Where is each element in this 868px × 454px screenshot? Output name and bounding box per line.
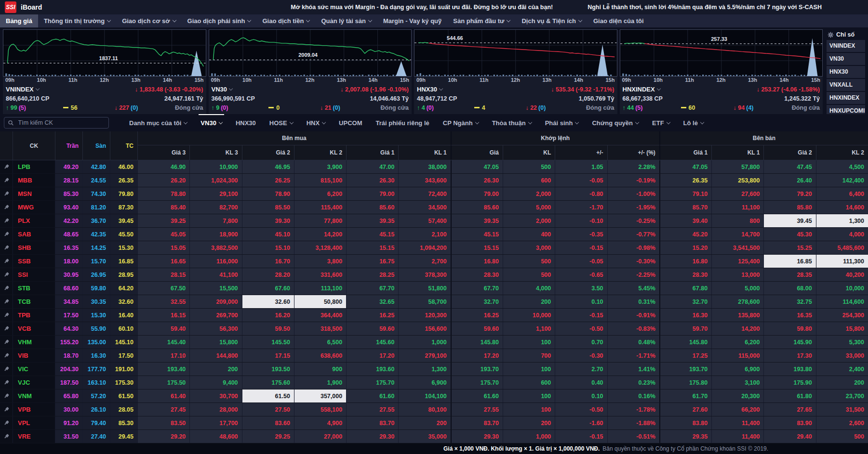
tab-7[interactable]: CP Ngành (436, 114, 485, 131)
table-row-mbb[interactable]: MBB28.1524.5526.3526.201,024,30026.25815… (0, 174, 868, 187)
search-input[interactable] (17, 119, 105, 127)
ticker-cell[interactable]: MSN (13, 187, 55, 200)
menu-item-9[interactable]: Giao diện của tôi (588, 14, 650, 27)
table-row-lpb[interactable]: LPB49.2042.8046.0046.9010,90046.953,9004… (0, 160, 868, 174)
menu-item-6[interactable]: Margin - Vay ký quỹ (377, 14, 447, 27)
pin-cell[interactable] (0, 174, 13, 187)
ticker-cell[interactable]: VCB (13, 322, 55, 335)
tab-1[interactable]: VN30 (194, 114, 229, 131)
pin-cell[interactable] (0, 214, 13, 227)
tab-10[interactable]: Chứng quyền (585, 114, 645, 131)
sidebar-item-vnxall[interactable]: VNXALL (827, 79, 865, 91)
pin-cell[interactable] (0, 160, 13, 173)
tab-4[interactable]: HNX (300, 114, 332, 131)
stock-search[interactable] (4, 117, 109, 129)
ticker-cell[interactable]: VIC (13, 363, 55, 376)
pin-cell[interactable] (0, 322, 13, 335)
table-row-vcb[interactable]: VCB64.3055.9060.1059.4056,30059.50318,50… (0, 322, 868, 336)
pin-cell[interactable] (0, 255, 13, 268)
menu-item-2[interactable]: Giao dịch cơ sở (116, 14, 181, 27)
table-row-vpb[interactable]: VPB30.0026.1028.0527.4528,00027.50558,10… (0, 403, 868, 416)
table-row-vib[interactable]: VIB18.7016.3017.5017.10144,80017.15638,6… (0, 349, 868, 363)
index-name-dropdown[interactable]: HNX30 (417, 86, 442, 93)
pin-cell[interactable] (0, 403, 13, 416)
ticker-cell[interactable]: SSI (13, 268, 55, 281)
tab-2[interactable]: HNX30 (229, 114, 263, 131)
promo-message-margin[interactable]: Mở khóa sức mua với Margin - Đa dạng gói… (291, 4, 553, 11)
menu-item-5[interactable]: Quản lý tài sản (315, 14, 377, 27)
ticker-cell[interactable]: TCB (13, 295, 55, 308)
tab-3[interactable]: HOSE (263, 114, 300, 131)
ticker-cell[interactable]: VPL (13, 416, 55, 429)
tab-9[interactable]: Phái sinh (538, 114, 586, 131)
ticker-cell[interactable]: VJC (13, 376, 55, 389)
sidebar-item-hnxindex[interactable]: HNXINDEX (827, 92, 865, 104)
sidebar-item-hnx30[interactable]: HNX30 (827, 66, 865, 78)
pin-cell[interactable] (0, 349, 13, 362)
ticker-cell[interactable]: SAB (13, 228, 55, 241)
tab-5[interactable]: UPCOM (332, 114, 369, 131)
table-row-vic[interactable]: VIC204.30177.70191.00193.40200193.509001… (0, 363, 868, 376)
pin-cell[interactable] (0, 309, 13, 322)
gear-icon[interactable] (828, 32, 834, 38)
promo-message-scash[interactable]: Nghỉ Lễ thảnh thơi, sinh lời 4%/năm qua … (588, 4, 822, 11)
ticker-cell[interactable]: TPB (13, 309, 55, 322)
pin-cell[interactable] (0, 241, 13, 254)
menu-item-8[interactable]: Dịch vụ & Tiện ích (516, 14, 587, 27)
pin-cell[interactable] (0, 336, 13, 349)
ssi-logo[interactable]: SSI (5, 1, 16, 13)
ticker-cell[interactable]: PLX (13, 214, 55, 227)
menu-item-0[interactable]: Bảng giá (0, 14, 38, 27)
tab-0[interactable]: Danh mục của tôi (122, 114, 194, 131)
pin-cell[interactable] (0, 376, 13, 389)
table-row-vre[interactable]: VRE31.5027.4029.4529.2048,60029.2527,000… (0, 430, 868, 443)
menu-item-7[interactable]: Sản phẩm đầu tư (447, 14, 516, 27)
index-name-dropdown[interactable]: VNINDEX (6, 86, 39, 93)
ticker-cell[interactable]: VHM (13, 336, 55, 349)
pin-cell[interactable] (0, 416, 13, 429)
table-row-vhm[interactable]: VHM155.20135.00145.10145.4015,800145.506… (0, 336, 868, 349)
ticker-cell[interactable]: STB (13, 282, 55, 295)
pin-cell[interactable] (0, 363, 13, 376)
tab-12[interactable]: Lô lẻ (677, 114, 710, 131)
table-row-sab[interactable]: SAB48.6542.3545.5045.0518,90045.1014,200… (0, 228, 868, 241)
pin-cell[interactable] (0, 430, 13, 443)
sidebar-item-vnindex[interactable]: VNINDEX (827, 40, 865, 52)
table-row-ssi[interactable]: SSI30.9526.9528.9528.1541,10028.20331,60… (0, 268, 868, 282)
pin-cell[interactable] (0, 389, 13, 402)
table-row-vjc[interactable]: VJC187.50163.10175.30175.509,400175.601,… (0, 376, 868, 389)
table-row-tpb[interactable]: TPB17.5015.3016.4016.15269,70016.20364,4… (0, 309, 868, 322)
table-row-stb[interactable]: STB68.6059.8064.2067.5015,50067.60113,10… (0, 282, 868, 295)
table-row-tcb[interactable]: TCB34.8530.3532.6032.55209,00032.6050,80… (0, 295, 868, 309)
pin-cell[interactable] (0, 228, 13, 241)
menu-item-1[interactable]: Thông tin thị trường (38, 14, 116, 27)
pin-cell[interactable] (0, 268, 13, 281)
table-row-msn[interactable]: MSN85.3074.3079.8078.8029,10078.906,2007… (0, 187, 868, 201)
tab-11[interactable]: ETF (645, 114, 677, 131)
sidebar-item-hnxupcomindex[interactable]: HNXUPCOMINDEX (827, 105, 865, 114)
ticker-cell[interactable]: VIB (13, 349, 55, 362)
table-row-vnm[interactable]: VNM65.8057.2061.5061.4030,70061.50357,00… (0, 389, 868, 403)
ticker-cell[interactable]: MWG (13, 201, 55, 214)
ticker-cell[interactable]: SSB (13, 255, 55, 268)
table-row-ssb[interactable]: SSB18.0015.7016.8516.65116,00016.703,800… (0, 255, 868, 268)
table-row-plx[interactable]: PLX42.2036.7039.4539.257,80039.3077,8003… (0, 214, 868, 228)
menu-item-3[interactable]: Giao dịch phái sinh (182, 14, 257, 27)
ticker-cell[interactable]: VNM (13, 389, 55, 402)
ticker-cell[interactable]: LPB (13, 160, 55, 173)
ticker-cell[interactable]: SHB (13, 241, 55, 254)
menu-item-4[interactable]: Giao dịch tiền (256, 14, 315, 27)
pin-cell[interactable] (0, 187, 13, 200)
table-row-mwg[interactable]: MWG93.4081.2087.3085.4082,70085.50115,40… (0, 201, 868, 214)
pin-cell[interactable] (0, 282, 13, 295)
table-row-vpl[interactable]: VPL91.2079.4085.3083.5017,70083.604,9008… (0, 416, 868, 430)
ticker-cell[interactable]: MBB (13, 174, 55, 187)
tab-8[interactable]: Thỏa thuận (485, 114, 538, 131)
pin-cell[interactable] (0, 201, 13, 214)
index-name-dropdown[interactable]: HNXINDEX (623, 86, 660, 93)
ticker-cell[interactable]: VPB (13, 403, 55, 416)
table-row-shb[interactable]: SHB16.3514.2515.3015.053,882,50015.103,1… (0, 241, 868, 255)
index-name-dropdown[interactable]: VN30 (212, 86, 233, 93)
tab-6[interactable]: Trái phiếu riêng lẻ (369, 114, 436, 131)
pin-cell[interactable] (0, 295, 13, 308)
